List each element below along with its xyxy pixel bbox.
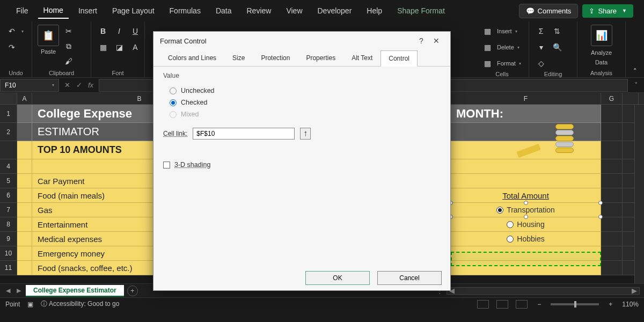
cell[interactable] [17, 246, 32, 261]
cells-insert-icon[interactable]: ▦ [481, 25, 494, 38]
menu-developer[interactable]: Developer [312, 3, 357, 18]
row-header[interactable]: 6 [0, 188, 17, 203]
undo-icon[interactable]: ↶ [5, 25, 18, 38]
menu-insert[interactable]: Insert [73, 3, 103, 18]
tab-alt-text[interactable]: Alt Text [343, 50, 380, 66]
fill-color-icon[interactable]: ◪ [113, 41, 126, 54]
radio-unchecked[interactable]: Unchecked [163, 85, 441, 97]
cell[interactable] [451, 174, 601, 188]
select-all-corner[interactable] [0, 93, 17, 104]
view-page-break-icon[interactable] [516, 300, 528, 309]
cell[interactable] [17, 174, 32, 188]
row-header[interactable]: 10 [0, 246, 17, 261]
menu-help[interactable]: Help [361, 3, 387, 18]
cell[interactable] [17, 203, 32, 217]
analyze-data-icon[interactable]: 📊 [591, 25, 612, 46]
cells-delete-label[interactable]: Delete [497, 44, 514, 50]
sort-filter-icon[interactable]: ⇅ [551, 25, 564, 38]
menu-file[interactable]: File [11, 3, 34, 18]
autosum-icon[interactable]: Σ [535, 25, 547, 38]
zoom-out-button[interactable]: − [535, 301, 543, 308]
dialog-titlebar[interactable]: Format Control ? ✕ [153, 32, 450, 50]
cell[interactable] [17, 159, 32, 174]
enter-formula-icon[interactable]: ✓ [74, 81, 84, 89]
cell[interactable] [601, 203, 623, 217]
cell[interactable] [17, 141, 32, 159]
cell[interactable] [451, 123, 601, 141]
cell[interactable] [17, 261, 32, 275]
sheet-nav-prev[interactable]: ◀ [4, 287, 12, 294]
row-header[interactable]: 4 [0, 159, 17, 174]
tab-properties[interactable]: Properties [298, 50, 343, 66]
row-header[interactable] [0, 141, 17, 159]
cell[interactable] [601, 123, 623, 141]
row-header[interactable]: 7 [0, 203, 17, 217]
zoom-value[interactable]: 110% [622, 301, 639, 308]
cell-month[interactable]: MONTH: [451, 105, 601, 123]
italic-icon[interactable]: I [113, 25, 126, 38]
copy-icon[interactable]: ⧉ [62, 40, 75, 53]
fill-icon[interactable]: ▾ [535, 41, 547, 54]
zoom-slider[interactable] [551, 303, 599, 305]
row-header[interactable]: 11 [0, 261, 17, 275]
paste-icon[interactable]: 📋 [38, 25, 59, 46]
cancel-formula-icon[interactable]: ✕ [62, 81, 72, 89]
name-box[interactable]: F10 ▾ [0, 79, 59, 92]
row-header[interactable]: 1 [0, 105, 17, 123]
tab-colors-lines[interactable]: Colors and Lines [160, 50, 224, 66]
fx-icon[interactable]: fx [86, 81, 96, 89]
row-header[interactable]: 8 [0, 217, 17, 232]
find-icon[interactable]: 🔍 [551, 41, 564, 54]
cell[interactable] [17, 123, 32, 141]
ribbon-collapse[interactable]: ˄ [626, 21, 644, 77]
new-sheet-button[interactable]: + [127, 286, 138, 296]
col-header-a[interactable]: A [17, 93, 32, 104]
cell[interactable] [451, 159, 601, 174]
row-header[interactable]: 9 [0, 232, 17, 246]
underline-icon[interactable]: U [129, 25, 142, 38]
help-button[interactable]: ? [414, 36, 429, 45]
cells-delete-icon[interactable]: ▦ [481, 41, 494, 54]
font-color-icon[interactable]: A [129, 41, 142, 54]
cell[interactable] [17, 232, 32, 246]
border-icon[interactable]: ▦ [97, 41, 109, 54]
view-page-layout-icon[interactable] [496, 300, 508, 309]
range-picker-button[interactable]: ⭡ [300, 128, 311, 140]
menu-view[interactable]: View [281, 3, 308, 18]
view-normal-icon[interactable] [477, 300, 489, 309]
accessibility-status[interactable]: ⓘ Accessibility: Good to go [41, 299, 119, 309]
cell[interactable] [601, 246, 623, 261]
expand-formula-bar[interactable]: ˅ [628, 81, 644, 89]
cell-link-input[interactable] [193, 128, 295, 140]
cells-format-icon[interactable]: ▦ [481, 57, 494, 70]
vertical-scrollbar[interactable] [634, 105, 644, 283]
cell[interactable] [601, 141, 623, 159]
zoom-in-button[interactable]: + [606, 301, 614, 308]
radio-hobbies[interactable]: Hobbies [451, 232, 601, 246]
cell[interactable] [601, 188, 623, 203]
menu-formulas[interactable]: Formulas [164, 3, 206, 18]
row-header[interactable]: 5 [0, 174, 17, 188]
cell[interactable] [601, 217, 623, 232]
shading-checkbox[interactable]: 3-D shading [163, 161, 441, 169]
radio-checked[interactable]: Checked [163, 97, 441, 108]
cell[interactable] [17, 188, 32, 203]
cell[interactable] [17, 105, 32, 123]
clear-icon[interactable]: ◇ [535, 57, 547, 70]
radio-transportation[interactable]: Transportation [451, 203, 601, 217]
close-button[interactable]: ✕ [429, 36, 444, 45]
menu-review[interactable]: Review [241, 3, 277, 18]
col-header-g[interactable]: G [601, 93, 623, 104]
cancel-button[interactable]: Cancel [377, 271, 442, 285]
tab-control[interactable]: Control [380, 50, 418, 67]
menu-home[interactable]: Home [38, 3, 69, 19]
scroll-right-icon[interactable]: ▶ [630, 287, 639, 295]
radio-housing[interactable]: Housing [451, 217, 601, 232]
tab-size[interactable]: Size [224, 50, 253, 66]
tab-protection[interactable]: Protection [253, 50, 298, 66]
col-header-f[interactable]: F [451, 93, 601, 104]
cell[interactable] [601, 232, 623, 246]
share-button[interactable]: ⇪ Share ▼ [582, 4, 633, 18]
menu-data[interactable]: Data [210, 3, 237, 18]
ok-button[interactable]: OK [305, 271, 370, 285]
